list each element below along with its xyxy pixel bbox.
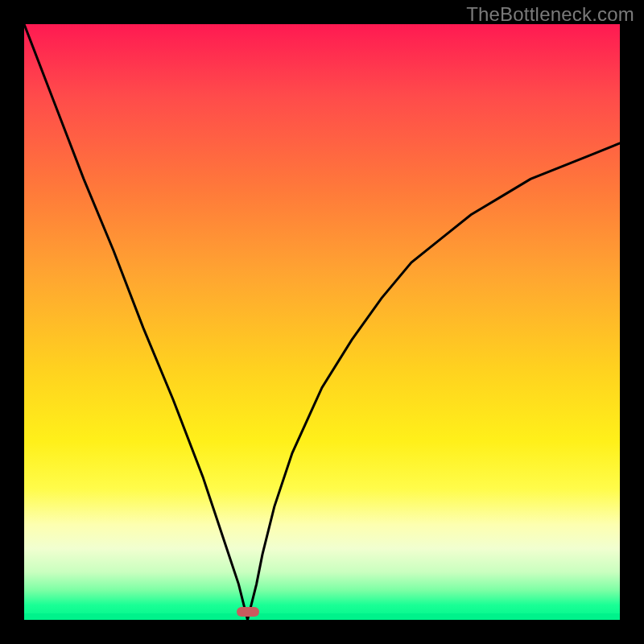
bottleneck-curve-path bbox=[24, 24, 620, 620]
plot-area bbox=[24, 24, 620, 620]
chart-frame: TheBottleneck.com bbox=[0, 0, 644, 644]
curve-layer bbox=[24, 24, 620, 620]
optimal-marker bbox=[237, 607, 259, 617]
watermark-label: TheBottleneck.com bbox=[466, 3, 634, 26]
